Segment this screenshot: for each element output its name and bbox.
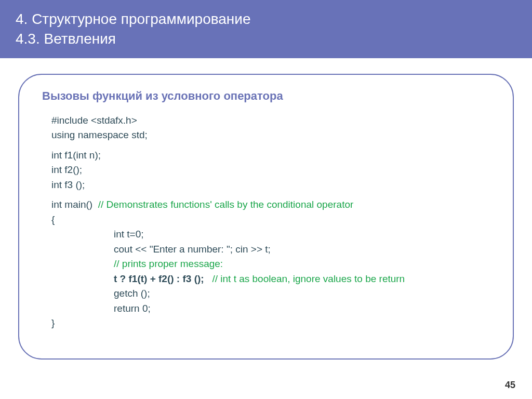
code-line: int f1(int n); — [51, 148, 497, 163]
slide-header: 4. Структурное программирование 4.3. Вет… — [0, 0, 532, 58]
code-line: int main() // Demonstrates functions' ca… — [51, 197, 497, 212]
code-line: int f3 (); — [51, 178, 497, 193]
subheading: Вызовы функций из условного оператора — [42, 89, 497, 103]
header-line-1: 4. Структурное программирование — [16, 9, 516, 29]
code-block: #include <stdafx.h> using namespace std;… — [51, 113, 497, 331]
code-line: int f2(); — [51, 163, 497, 178]
code-line: #include <stdafx.h> — [51, 113, 497, 128]
code-line: t ? f1(t) + f2() : f3 (); // int t as bo… — [51, 272, 497, 287]
code-line: return 0; — [51, 301, 497, 316]
code-line: int t=0; — [51, 227, 497, 242]
content-area: Вызовы функций из условного оператора #i… — [0, 58, 532, 360]
code-line: cout << "Enter a number: "; cin >> t; — [51, 242, 497, 257]
content-frame: Вызовы функций из условного оператора #i… — [18, 74, 514, 360]
code-line: using namespace std; — [51, 128, 497, 143]
code-line: { — [51, 212, 497, 228]
page-number: 45 — [505, 380, 515, 391]
code-line: getch (); — [51, 286, 497, 301]
code-line: // prints proper message: — [51, 257, 497, 272]
header-line-2: 4.3. Ветвления — [16, 29, 516, 49]
code-line: } — [51, 316, 497, 331]
